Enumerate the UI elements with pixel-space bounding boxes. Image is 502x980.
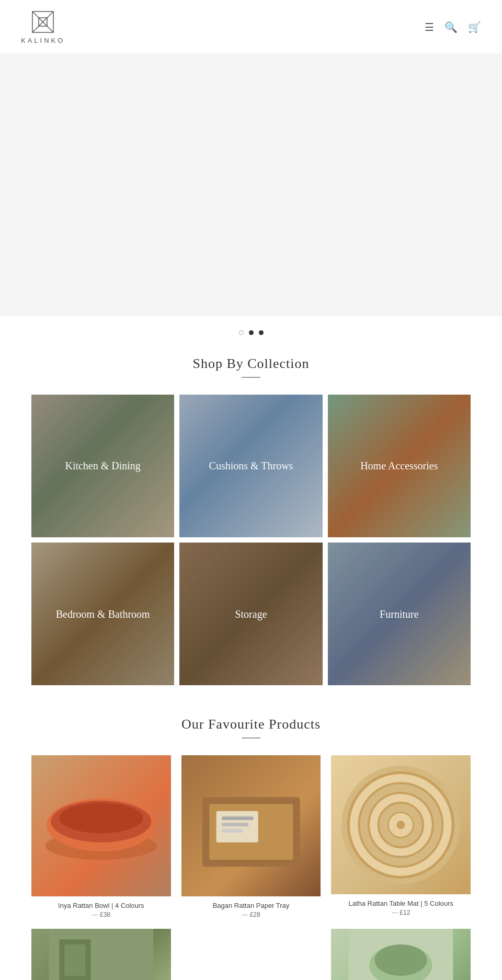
product-image-latha-mat xyxy=(331,755,471,895)
collection-label-storage: Storage xyxy=(179,543,322,685)
collection-item-home-accessories[interactable]: Home Accessories xyxy=(328,395,471,537)
collection-item-kitchen-dining[interactable]: Kitchen & Dining xyxy=(31,395,174,537)
collection-label-cushions-throws: Cushions & Throws xyxy=(179,395,322,537)
collection-item-furniture[interactable]: Furniture xyxy=(328,543,471,685)
cart-icon[interactable]: 🛒 xyxy=(468,21,481,33)
logo-icon xyxy=(30,9,55,34)
menu-icon[interactable]: ☰ xyxy=(425,21,434,33)
products-section: Our Favourite Products Inya Rattan Bowl … xyxy=(0,717,502,980)
svg-point-24 xyxy=(397,821,405,829)
svg-rect-27 xyxy=(64,944,85,976)
svg-point-11 xyxy=(59,802,143,833)
collection-item-bedroom-bathroom[interactable]: Bedroom & Bathroom xyxy=(31,543,174,685)
product-price-bagan-tray: — £28 xyxy=(181,911,321,918)
collection-label-furniture: Furniture xyxy=(328,543,471,685)
product-image-bottom-3 xyxy=(331,929,471,980)
product-price-inya-bowl: — £38 xyxy=(31,911,171,918)
products-grid-bottom xyxy=(31,929,471,980)
collection-item-cushions-throws[interactable]: Cushions & Throws xyxy=(179,395,322,537)
product-name-inya-bowl: Inya Rattan Bowl | 4 Colours xyxy=(31,902,171,909)
collection-label-bedroom-bathroom: Bedroom & Bathroom xyxy=(31,543,174,685)
collection-grid: Kitchen & Dining Cushions & Throws Home … xyxy=(31,395,471,686)
svg-rect-15 xyxy=(222,816,253,820)
products-heading: Our Favourite Products xyxy=(31,717,471,739)
collection-item-storage[interactable]: Storage xyxy=(179,543,322,685)
product-name-bagan-tray: Bagan Rattan Paper Tray xyxy=(181,902,321,909)
products-title: Our Favourite Products xyxy=(31,717,471,732)
logo-text: KALINKO xyxy=(21,37,65,44)
product-name-latha-mat: Latha Rattan Table Mat | 5 Colours xyxy=(331,900,471,907)
product-item-latha-mat[interactable]: Latha Rattan Table Mat | 5 Colours — £12 xyxy=(331,755,471,919)
product-price-latha-mat: — £12 xyxy=(331,909,471,916)
svg-rect-16 xyxy=(222,823,248,826)
product-image-bagan-tray xyxy=(181,755,321,897)
collection-title: Shop By Collection xyxy=(31,356,471,372)
product-item-bottom-2[interactable] xyxy=(181,929,321,980)
carousel-dot-3[interactable] xyxy=(259,330,264,335)
product-item-bottom-3[interactable] xyxy=(331,929,471,980)
logo[interactable]: KALINKO xyxy=(21,9,65,44)
collection-label-kitchen-dining: Kitchen & Dining xyxy=(31,395,174,537)
collection-heading: Shop By Collection xyxy=(31,356,471,378)
hero-banner xyxy=(0,54,502,316)
header-icons: ☰ 🔍 🛒 xyxy=(425,21,481,33)
search-icon[interactable]: 🔍 xyxy=(444,21,458,33)
svg-point-30 xyxy=(375,944,427,976)
carousel-dot-1[interactable] xyxy=(239,330,244,335)
collection-section: Shop By Collection Kitchen & Dining Cush… xyxy=(0,356,502,717)
products-grid: Inya Rattan Bowl | 4 Colours — £38 Bagan… xyxy=(31,755,471,919)
products-divider xyxy=(242,737,260,739)
product-item-bagan-tray[interactable]: Bagan Rattan Paper Tray — £28 xyxy=(181,755,321,919)
collection-divider xyxy=(242,377,260,378)
product-item-bottom-1[interactable] xyxy=(31,929,171,980)
carousel-dots xyxy=(0,316,502,356)
svg-rect-17 xyxy=(222,829,243,833)
site-header: KALINKO ☰ 🔍 🛒 xyxy=(0,0,502,54)
product-image-bottom-1 xyxy=(31,929,171,980)
svg-rect-14 xyxy=(216,811,258,842)
product-image-inya-bowl xyxy=(31,755,171,897)
product-item-inya-bowl[interactable]: Inya Rattan Bowl | 4 Colours — £38 xyxy=(31,755,171,919)
carousel-dot-2[interactable] xyxy=(249,330,254,335)
collection-label-home-accessories: Home Accessories xyxy=(328,395,471,537)
